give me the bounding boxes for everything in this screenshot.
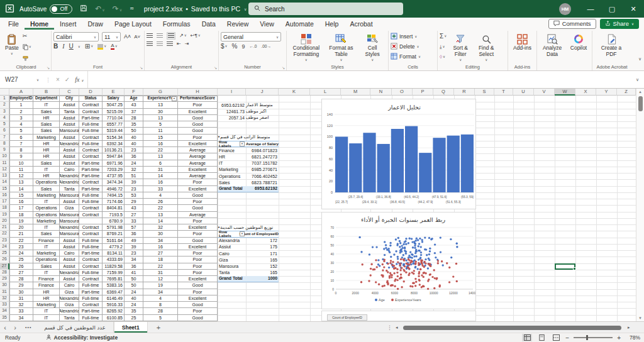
grid-cell[interactable]: Alexandria <box>60 179 79 185</box>
row-header-12[interactable]: 12 <box>0 167 9 173</box>
column-header-O[interactable]: O <box>392 89 413 96</box>
row-header-9[interactable]: 9 <box>0 147 9 153</box>
row-header-31[interactable]: 31 <box>0 289 9 295</box>
wrap-text-button[interactable]: ↩¶∨ <box>191 33 201 38</box>
align-middle-button[interactable] <box>157 33 163 38</box>
grid-cell[interactable]: Poor <box>178 102 218 108</box>
ribbon-tab-draw[interactable]: Draw <box>82 18 109 30</box>
save-button[interactable] <box>80 4 87 13</box>
grid-cell[interactable] <box>79 218 103 224</box>
grid-cell[interactable]: Operations <box>33 205 60 211</box>
pivot-salary-row-value[interactable]: 7037.151782 <box>246 160 277 167</box>
grid-cell[interactable]: Assiut <box>60 102 79 108</box>
grid-cell[interactable]: 6971.96 <box>103 160 125 167</box>
pivot-city-header[interactable]: Row LabelsCount of EmployeeID <box>218 231 279 237</box>
grid-cell[interactable]: 18 <box>9 212 33 218</box>
grid-cell[interactable]: Poor <box>178 256 218 263</box>
row-header-14[interactable]: 14 <box>0 179 9 185</box>
selected-cell-W27[interactable] <box>555 263 575 270</box>
grid-cell[interactable]: Alexandria <box>60 270 79 276</box>
grid-cell[interactable]: 16 <box>9 199 33 205</box>
grid-cell[interactable]: 49 <box>125 238 143 244</box>
row-header-32[interactable]: 32 <box>0 295 9 302</box>
row-header-5[interactable]: 5 <box>0 121 9 128</box>
ribbon-tab-acrobat[interactable]: Acrobat <box>344 18 378 30</box>
column-header-Q[interactable]: Q <box>433 89 454 96</box>
grid-cell[interactable]: Contract <box>79 231 103 237</box>
grid-cell[interactable]: 4946.72 <box>103 186 125 192</box>
grid-cell[interactable]: IT <box>33 224 60 231</box>
grid-cell[interactable]: Sales <box>33 109 60 115</box>
grid-cell[interactable]: 53 <box>125 192 143 199</box>
row-header-8[interactable]: 8 <box>0 141 9 147</box>
age-histogram-chart[interactable]: تحليل الاعمار020406080100120140[22, 25.7… <box>321 99 476 209</box>
grid-cell[interactable]: IT <box>33 315 60 321</box>
zoom-out-button[interactable]: − <box>565 334 569 341</box>
grid-cell[interactable]: HR <box>33 147 60 153</box>
grid-cell[interactable]: Alexandria <box>60 173 79 179</box>
maximize-button[interactable]: ▢ <box>601 0 623 18</box>
grid-cell[interactable]: 29 <box>9 282 33 289</box>
column-header-X[interactable]: X <box>575 89 596 96</box>
cell-styles-button[interactable]: Cell Styles∨ <box>358 32 386 62</box>
grid-cell[interactable]: Mansoura <box>60 128 79 134</box>
analyze-data-button[interactable]: Analyze Data <box>539 32 565 58</box>
grid-cell[interactable]: Assiut <box>60 115 79 121</box>
find-select-button[interactable]: Find & Select∨ <box>474 32 498 62</box>
grid-cell[interactable]: 16 <box>143 244 178 250</box>
grid-cell[interactable]: 6369.47 <box>103 289 125 295</box>
pivot-salary-row-label[interactable]: IT <box>219 160 246 167</box>
grid-cell[interactable]: 5 <box>9 128 33 134</box>
grid-cell[interactable]: Contract <box>79 276 103 282</box>
grid-cell[interactable]: Assiut <box>60 263 79 270</box>
grid-cell[interactable]: 39 <box>125 244 143 250</box>
grid-cell[interactable]: Full-time <box>79 282 103 289</box>
row-header-16[interactable]: 16 <box>0 192 9 199</box>
grid-cell[interactable]: 27 <box>125 212 143 218</box>
grid-cell[interactable]: 28 <box>9 276 33 282</box>
grid-cell[interactable]: Marketing <box>33 218 60 224</box>
grid-cell[interactable]: 14 <box>9 186 33 192</box>
align-top-button[interactable] <box>147 33 153 38</box>
partial-pivot-chart[interactable]: Count of EmployeeID <box>321 311 476 321</box>
grid-cell[interactable]: Mansoura <box>60 218 79 224</box>
grid-cell[interactable]: IT <box>33 199 60 205</box>
grid-cell[interactable]: Assiut <box>60 238 79 244</box>
stat-label[interactable]: اصغر موظف <box>246 115 277 121</box>
grid-cell[interactable]: 28 <box>143 308 178 314</box>
grid-cell[interactable]: 7203.29 <box>103 167 125 173</box>
grid-cell[interactable]: 5 <box>143 121 178 128</box>
grid-cell[interactable]: Excellent <box>178 276 218 282</box>
table-header-Status[interactable]: Status <box>79 96 103 102</box>
grid-cell[interactable]: Mansoura <box>60 192 79 199</box>
grid-cell[interactable]: Sales <box>33 121 60 128</box>
grid-cell[interactable]: 36 <box>125 263 143 270</box>
hscroll-thumb[interactable] <box>403 326 621 330</box>
grid-cell[interactable]: Poor <box>178 199 218 205</box>
grid-cell[interactable]: 13 <box>143 153 178 160</box>
font-size-select[interactable]: 11∨ <box>102 32 121 41</box>
row-header-29[interactable]: 29 <box>0 276 9 282</box>
grid-cell[interactable]: 7 <box>9 141 33 147</box>
grid-cell[interactable]: Average <box>178 147 218 153</box>
grid-cell[interactable]: 11 <box>143 128 178 134</box>
grid-cell[interactable]: Alexandria <box>60 295 79 302</box>
grid-cell[interactable]: 7695.81 <box>103 276 125 282</box>
grid-cell[interactable]: HR <box>33 115 60 121</box>
grid-cell[interactable]: Good <box>178 115 218 121</box>
row-header-26[interactable]: 26 <box>0 256 9 263</box>
pivot-salary-header[interactable]: Row LabelsAverage of Salary <box>218 141 279 147</box>
grid-cell[interactable]: Cairo <box>60 167 79 173</box>
grid-cell[interactable]: 4779.2 <box>103 244 125 250</box>
grid-cell[interactable]: 50 <box>125 276 143 282</box>
grid-cell[interactable]: 22 <box>143 147 178 153</box>
vscroll-down-icon[interactable]: ▼ <box>636 316 644 320</box>
grid-cell[interactable]: HR <box>33 153 60 160</box>
copy-button[interactable]: ∨ <box>23 44 31 50</box>
percent-style-button[interactable]: % <box>232 43 238 50</box>
grid-cell[interactable]: 32 <box>125 167 143 173</box>
column-header-Z[interactable]: Z <box>617 89 636 96</box>
grid-cell[interactable]: Finance <box>33 276 60 282</box>
grid-cell[interactable]: 13 <box>143 212 178 218</box>
grid-cell[interactable]: 31 <box>143 167 178 173</box>
